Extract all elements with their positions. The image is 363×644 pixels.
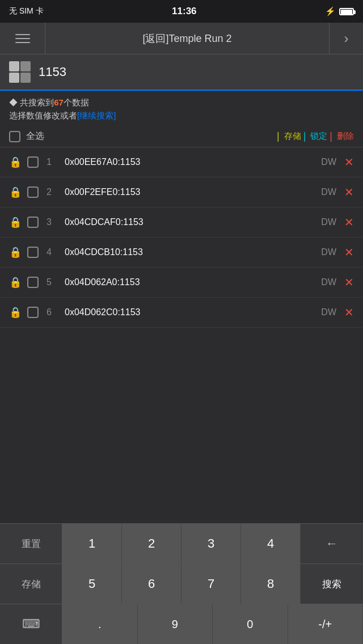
row-address[interactable]: 0x04CDCB10:1153 [65, 247, 321, 257]
table-row: 🔒 5 0x04D062A0:1153 DW ✕ [0, 268, 363, 298]
key-6[interactable]: 6 [122, 564, 182, 604]
key-1[interactable]: 1 [62, 524, 122, 564]
row-delete-button[interactable]: ✕ [344, 245, 354, 259]
row-address[interactable]: 0x04CDCAF0:1153 [65, 217, 321, 227]
search-value[interactable]: 1153 [39, 65, 66, 79]
row-number: 5 [47, 277, 57, 287]
row-delete-button[interactable]: ✕ [344, 215, 354, 229]
row-number: 2 [47, 187, 57, 197]
row-type: DW [321, 307, 336, 317]
row-address[interactable]: 0x04D062A0:1153 [65, 277, 321, 287]
row-delete-button[interactable]: ✕ [344, 276, 354, 289]
select-all-checkbox[interactable] [9, 131, 20, 142]
row-checkbox-3[interactable] [27, 217, 39, 228]
key-plusminus[interactable]: -/+ [288, 604, 364, 644]
row-checkbox-5[interactable] [27, 277, 39, 288]
bluetooth-icon: ⚡ [325, 6, 336, 16]
table-row: 🔒 4 0x04CDCB10:1153 DW ✕ [0, 238, 363, 268]
search-suffix: 个数据 [64, 98, 89, 107]
status-carrier: 无 SIM 卡 [9, 6, 44, 16]
continue-search-button[interactable]: [继续搜索] [77, 111, 116, 120]
table-row: 🔒 3 0x04CDCAF0:1153 DW ✕ [0, 207, 363, 238]
hamburger-icon [15, 34, 30, 43]
key-8[interactable]: 8 [241, 564, 301, 604]
lock-icon: 🔒 [9, 306, 22, 319]
keyboard-toggle-button[interactable]: ⌨ [0, 604, 62, 644]
delete-pipe-icon: | [330, 130, 332, 142]
search-count: 67 [54, 98, 64, 107]
row-type: DW [321, 187, 336, 197]
keyboard-row-2: 存储 5 6 7 8 搜索 [0, 564, 363, 604]
key-3[interactable]: 3 [182, 524, 241, 564]
status-time: 11:36 [172, 6, 196, 17]
lock-action-label[interactable]: 锁定 [310, 131, 327, 142]
key-5[interactable]: 5 [62, 564, 122, 604]
search-bar: 1153 [0, 54, 363, 91]
save-pipe-icon: | [277, 130, 280, 142]
header-actions: | 存储 | 锁定 | 删除 [277, 130, 354, 142]
save-button[interactable]: 存储 [0, 564, 62, 604]
table-body: 🔒 1 0x00EE67A0:1153 DW ✕ 🔒 2 0x00F2EFE0:… [0, 147, 363, 328]
row-delete-button[interactable]: ✕ [344, 306, 354, 319]
select-all-label: 全选 [26, 130, 277, 142]
row-delete-button[interactable]: ✕ [344, 155, 354, 169]
table-row: 🔒 6 0x04D062C0:1153 DW ✕ [0, 298, 363, 328]
key-2[interactable]: 2 [122, 524, 182, 564]
grid-icon [9, 61, 31, 83]
row-checkbox-4[interactable] [27, 247, 39, 258]
search-result-line1: ◆ 共搜索到67个数据 [9, 98, 354, 108]
row-number: 4 [47, 247, 57, 257]
row-type: DW [321, 217, 336, 227]
row-type: DW [321, 157, 336, 167]
lock-icon: 🔒 [9, 186, 22, 198]
row-number: 3 [47, 217, 57, 227]
key-9[interactable]: 9 [138, 604, 213, 644]
row-type: DW [321, 277, 336, 287]
menu-button[interactable] [0, 23, 45, 54]
table-header: 全选 | 存储 | 锁定 | 删除 [0, 126, 363, 147]
row-address[interactable]: 0x00EE67A0:1153 [65, 157, 321, 167]
keyboard-row-3: ⌨ . 9 0 -/+ [0, 604, 363, 644]
row-checkbox-1[interactable] [27, 156, 39, 168]
lock-icon: 🔒 [9, 246, 22, 259]
row-type: DW [321, 247, 336, 257]
search-hint: 选择数值修改或者 [9, 111, 77, 120]
key-0[interactable]: 0 [213, 604, 288, 644]
key-4[interactable]: 4 [241, 524, 301, 564]
lock-icon: 🔒 [9, 216, 22, 228]
row-number: 6 [47, 307, 57, 317]
row-checkbox-6[interactable] [27, 307, 39, 318]
table-row: 🔒 2 0x00F2EFE0:1153 DW ✕ [0, 177, 363, 207]
lock-pipe-icon: | [303, 130, 306, 142]
battery-icon [339, 8, 354, 15]
key-7[interactable]: 7 [182, 564, 241, 604]
chevron-right-icon: › [344, 31, 349, 46]
row-checkbox-2[interactable] [27, 187, 39, 198]
keyboard: 重置 1 2 3 4 ← 存储 5 6 7 8 搜索 ⌨ . 9 0 -/+ [0, 523, 363, 644]
search-prefix: ◆ 共搜索到 [9, 98, 54, 107]
row-delete-button[interactable]: ✕ [344, 185, 354, 199]
search-button[interactable]: 搜索 [301, 564, 363, 604]
status-icons: ⚡ [325, 6, 354, 16]
search-result-line2: 选择数值修改或者[继续搜索] [9, 111, 354, 121]
table-row: 🔒 1 0x00EE67A0:1153 DW ✕ [0, 147, 363, 177]
key-dot[interactable]: . [62, 604, 138, 644]
status-bar: 无 SIM 卡 11:36 ⚡ [0, 0, 363, 23]
keyboard-row-1: 重置 1 2 3 4 ← [0, 524, 363, 564]
reset-button[interactable]: 重置 [0, 524, 62, 564]
backspace-button[interactable]: ← [301, 524, 363, 564]
row-number: 1 [47, 157, 57, 167]
save-action-label[interactable]: 存储 [284, 131, 301, 142]
forward-button[interactable]: › [329, 23, 363, 54]
info-bar: ◆ 共搜索到67个数据 选择数值修改或者[继续搜索] [0, 91, 363, 126]
lock-icon: 🔒 [9, 276, 22, 289]
row-address[interactable]: 0x00F2EFE0:1153 [65, 187, 321, 197]
nav-title: [返回]Temple Run 2 [45, 32, 329, 45]
lock-icon: 🔒 [9, 156, 22, 168]
nav-bar: [返回]Temple Run 2 › [0, 23, 363, 54]
delete-action-label[interactable]: 删除 [337, 131, 354, 142]
row-address[interactable]: 0x04D062C0:1153 [65, 307, 321, 317]
